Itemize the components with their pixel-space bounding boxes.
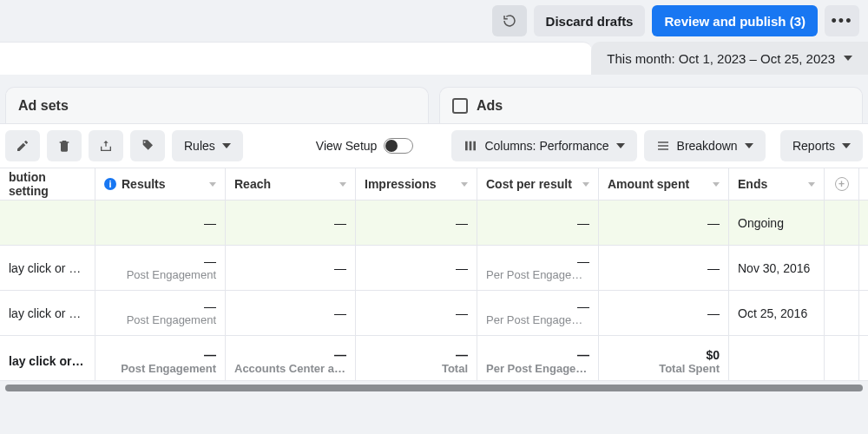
table-row[interactable]: lay click or 1…—Post Engagement———Per Po… <box>0 246 868 291</box>
breakdown-icon <box>656 139 670 153</box>
date-range-spacer <box>0 42 592 75</box>
cell-reach: — <box>226 201 356 245</box>
columns-dropdown[interactable]: Columns: Performance <box>451 130 636 161</box>
tag-icon <box>141 139 155 153</box>
tab-ad-sets-label: Ad sets <box>18 98 69 114</box>
rules-dropdown[interactable]: Rules <box>172 130 243 161</box>
col-ends[interactable]: Ends <box>729 168 825 200</box>
data-table: bution setting i Results Reach Impressio… <box>0 168 868 381</box>
ads-icon <box>452 98 468 114</box>
cell-ends: Oct 25, 2016 <box>729 291 825 335</box>
cell-results: —Post Engagement <box>95 336 226 381</box>
trash-icon <box>57 139 71 153</box>
table-header-row: bution setting i Results Reach Impressio… <box>0 168 868 201</box>
edit-button[interactable] <box>5 130 40 161</box>
col-attribution[interactable]: bution setting <box>0 168 95 200</box>
date-range-picker[interactable]: This month: Oct 1, 2023 – Oct 25, 2023 <box>591 42 868 75</box>
date-range-label: This month: Oct 1, 2023 – Oct 25, 2023 <box>607 51 835 66</box>
breakdown-dropdown[interactable]: Breakdown <box>644 130 766 161</box>
cell-attribution: lay click or 1-… <box>0 336 95 381</box>
tab-ads[interactable]: Ads <box>439 87 863 123</box>
cell-plus <box>825 246 859 290</box>
export-button[interactable] <box>89 130 123 161</box>
cell-reach: —Accounts Center ac… <box>226 336 356 381</box>
cell-plus <box>825 336 859 381</box>
col-reach[interactable]: Reach <box>226 168 356 200</box>
top-action-bar: Discard drafts Review and publish (3) ••… <box>0 0 868 42</box>
plus-icon: + <box>835 177 849 191</box>
cell-reach: — <box>226 291 356 335</box>
reports-dropdown[interactable]: Reports <box>780 130 863 161</box>
cell-attribution: lay click or 1… <box>0 291 95 335</box>
review-publish-button[interactable]: Review and publish (3) <box>652 5 818 36</box>
cell-amount: — <box>599 291 729 335</box>
col-amount-spent[interactable]: Amount spent <box>599 168 729 200</box>
chevron-down-icon <box>844 56 852 61</box>
tab-ads-label: Ads <box>477 98 503 114</box>
cell-impressions: — <box>356 291 477 335</box>
cell-results: — <box>95 201 226 245</box>
cell-impressions: — <box>356 201 477 245</box>
tab-ad-sets[interactable]: Ad sets <box>5 87 429 123</box>
cell-reach: — <box>226 246 356 290</box>
tabs-row: Ad sets Ads <box>0 87 868 123</box>
cell-amount: — <box>599 246 729 290</box>
more-button[interactable]: ••• <box>825 5 859 36</box>
cell-results: —Post Engagement <box>95 291 226 335</box>
sort-icon <box>808 182 815 187</box>
columns-label: Columns: Performance <box>484 139 608 153</box>
info-icon: i <box>104 178 116 190</box>
toggle-off-icon <box>384 138 413 154</box>
col-add[interactable]: + <box>825 168 859 200</box>
col-cost-per-result[interactable]: Cost per result <box>477 168 599 200</box>
cell-amount: $0Total Spent <box>599 336 729 381</box>
sort-icon <box>339 182 346 187</box>
delete-button[interactable] <box>47 130 82 161</box>
cell-plus <box>825 291 859 335</box>
cell-plus <box>825 201 859 245</box>
cell-ends: Ongoing <box>729 201 825 245</box>
sort-icon <box>713 182 720 187</box>
view-setup-label: View Setup <box>316 139 378 153</box>
cell-cpr: —Per Post Engagement <box>477 336 599 381</box>
table-row[interactable]: —————Ongoing <box>0 201 868 246</box>
cell-impressions: —Total <box>356 336 477 381</box>
table-row[interactable]: lay click or 1…—Post Engagement———Per Po… <box>0 291 868 336</box>
cell-ends: Nov 30, 2016 <box>729 246 825 290</box>
tag-button[interactable] <box>130 130 165 161</box>
cell-attribution <box>0 201 95 245</box>
sort-icon <box>461 182 468 187</box>
cell-results: —Post Engagement <box>95 246 226 290</box>
export-icon <box>99 139 113 153</box>
refresh-icon <box>502 13 517 29</box>
cell-impressions: — <box>356 246 477 290</box>
col-impressions[interactable]: Impressions <box>356 168 477 200</box>
pencil-icon <box>16 139 30 153</box>
refresh-button[interactable] <box>492 5 527 36</box>
breakdown-label: Breakdown <box>677 139 738 153</box>
col-results[interactable]: i Results <box>95 168 226 200</box>
cell-cpr: — <box>477 201 599 245</box>
discard-drafts-button[interactable]: Discard drafts <box>534 5 646 36</box>
view-setup-toggle[interactable]: View Setup <box>309 138 421 154</box>
sort-icon <box>582 182 589 187</box>
rules-label: Rules <box>184 139 215 153</box>
chevron-down-icon <box>745 143 753 148</box>
horizontal-scrollbar[interactable] <box>5 385 863 391</box>
cell-attribution: lay click or 1… <box>0 246 95 290</box>
columns-icon <box>464 139 477 153</box>
sort-icon <box>209 182 216 187</box>
cell-cpr: —Per Post Engagem… <box>477 291 599 335</box>
table-summary-row: lay click or 1-… —Post Engagement —Accou… <box>0 336 868 381</box>
cell-ends <box>729 336 825 381</box>
chevron-down-icon <box>616 143 625 148</box>
date-range-row: This month: Oct 1, 2023 – Oct 25, 2023 <box>0 42 868 75</box>
ellipsis-icon: ••• <box>832 12 853 30</box>
cell-cpr: —Per Post Engagem… <box>477 246 599 290</box>
chevron-down-icon <box>842 143 851 148</box>
chevron-down-icon <box>222 143 231 148</box>
cell-amount: — <box>599 201 729 245</box>
table-toolbar: Rules View Setup Columns: Performance Br… <box>0 123 868 168</box>
reports-label: Reports <box>792 139 835 153</box>
